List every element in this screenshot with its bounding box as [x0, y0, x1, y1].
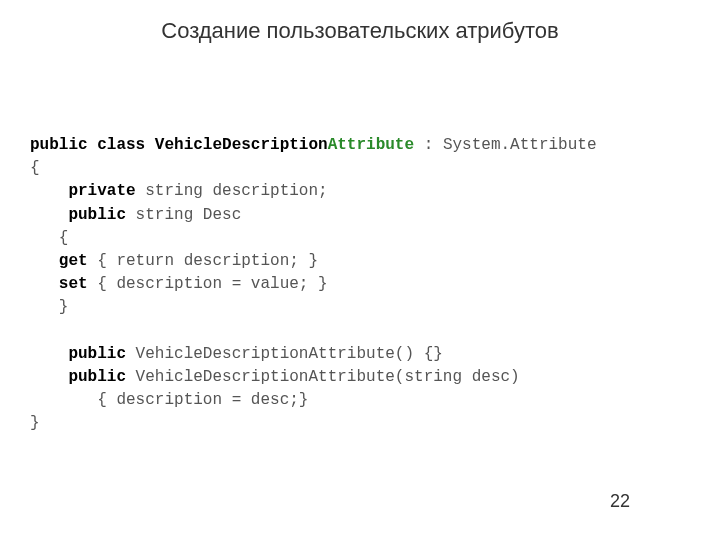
code-keyword: private: [30, 182, 136, 200]
code-line: }: [30, 414, 40, 432]
code-keyword: public: [30, 368, 126, 386]
code-text: : System.Attribute: [414, 136, 596, 154]
slide-title: Создание пользовательских атрибутов: [0, 0, 720, 44]
code-text: { description = value; }: [88, 275, 328, 293]
code-keyword: public: [30, 345, 126, 363]
code-line: { description = desc;}: [30, 391, 308, 409]
code-line: }: [30, 298, 68, 316]
code-block: public class VehicleDescriptionAttribute…: [0, 44, 720, 435]
code-keyword: set: [30, 275, 88, 293]
code-text: string Desc: [126, 206, 241, 224]
code-line: {: [30, 159, 40, 177]
code-text: string description;: [136, 182, 328, 200]
code-text: { return description; }: [88, 252, 318, 270]
code-keyword: public: [30, 206, 126, 224]
code-keyword: get: [30, 252, 88, 270]
code-keyword-attribute: Attribute: [328, 136, 414, 154]
code-text: VehicleDescriptionAttribute() {}: [126, 345, 443, 363]
page-number: 22: [610, 491, 630, 512]
code-line: {: [30, 229, 68, 247]
code-line: public class VehicleDescription: [30, 136, 328, 154]
code-text: VehicleDescriptionAttribute(string desc): [126, 368, 520, 386]
